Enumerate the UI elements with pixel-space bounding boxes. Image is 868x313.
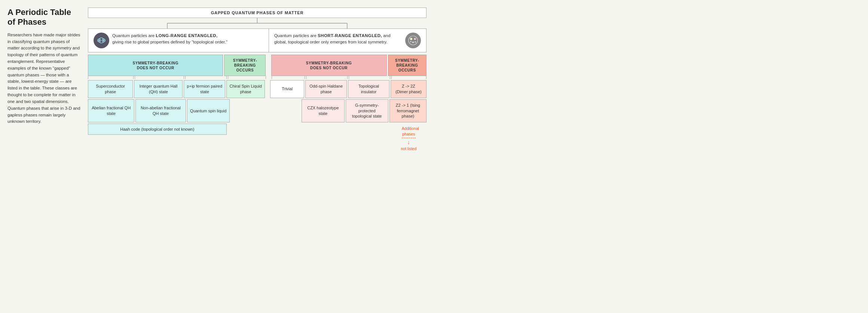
conn1 (88, 76, 134, 79)
not-listed-label: not listed (401, 146, 416, 152)
sym-row: SYMMETRY-BREAKINGDOES NOT OCCUR SYMMETRY… (88, 55, 427, 76)
left-panel: A Periodic Table of Phases Researchers h… (7, 7, 80, 152)
phase-trivial: Trivial (270, 80, 304, 98)
svg-point-10 (414, 38, 416, 40)
intro-text: Researchers have made major strides in c… (7, 32, 80, 125)
lre-bold: LONG-RANGE ENTANGLED, (156, 33, 217, 38)
svg-point-7 (103, 40, 104, 41)
top-header: GAPPED QUANTUM PHASES OF MATTER (88, 7, 427, 18)
haah-section: Haah code (topological order not known) (88, 124, 227, 135)
svg-point-12 (410, 41, 412, 42)
phases-row-2: Abelian fractional QH state Non-abelian … (88, 99, 427, 123)
phase-chiral-spin: Chiral Spin Liquid phase (226, 80, 265, 98)
trivial-empty-row2 (271, 99, 300, 123)
lre-desc-text: Quantum particles are LONG-RANGE ENTANGL… (112, 33, 227, 46)
svg-point-9 (410, 38, 412, 40)
phase-quantum-spin: Quantum spin liquid (187, 99, 230, 123)
phase-odd-spin: Odd-spin Haldane phase (305, 80, 347, 98)
conn2 (135, 76, 184, 79)
lre-icon (94, 33, 109, 48)
sym-sre-no: SYMMETRY-BREAKINGDOES NOT OCCUR (271, 55, 387, 76)
phase-abelian: Abelian fractional QH state (88, 99, 134, 123)
additional-note: Additionalphases ↓ not listed (400, 124, 417, 152)
gap3 (266, 99, 269, 123)
phase-superconductor: Superconductor phase (88, 80, 133, 98)
additional-section: Additionalphases ↓ not listed (391, 124, 427, 152)
phase-z2z: Z -> 2Z (Dimer phase) (391, 80, 427, 98)
gap2 (266, 80, 269, 98)
sre-desc-text: Quantum particles are SHORT-RANGE ENTANG… (274, 33, 402, 46)
conn-gap (267, 76, 271, 79)
phase-z2-1: Z2 -> 1 (Ising ferromagnet phase) (389, 99, 427, 123)
conn6 (306, 76, 348, 79)
desc-row: Quantum particles are LONG-RANGE ENTANGL… (88, 28, 427, 52)
sym-lre-yes: SYMMETRY-BREAKINGOCCURS (224, 55, 266, 76)
sym-sre-yes: SYMMETRY-BREAKINGOCCURS (388, 55, 427, 76)
conn4 (228, 76, 266, 79)
chiral-empty-row2 (231, 99, 265, 123)
conn3 (185, 76, 227, 79)
phase-connectors (88, 76, 427, 79)
sre-desc-box: Quantum particles are SHORT-RANGE ENTANG… (269, 28, 427, 52)
phase-pip: p+ip fermion paired state (184, 80, 225, 98)
phase-integer-qh: Integer quantum Hall (QH) state (134, 80, 183, 98)
phase-czx: CZX halozeotype state (302, 99, 344, 123)
tree-connector (88, 18, 427, 28)
phases-row-1: Superconductor phase Integer quantum Hal… (88, 80, 427, 98)
additional-label: Additionalphases (402, 126, 416, 138)
phase-haah: Haah code (topological order not known) (88, 124, 227, 135)
table-panel: GAPPED QUANTUM PHASES OF MATTER (88, 7, 427, 152)
page-title: A Periodic Table of Phases (7, 7, 80, 27)
svg-point-8 (409, 36, 418, 45)
phase-non-abelian: Non-abelian fractional QH state (135, 99, 186, 123)
svg-point-13 (415, 41, 416, 43)
sym-lre-no: SYMMETRY-BREAKINGDOES NOT OCCUR (88, 55, 223, 76)
additional-arrow-icon: ↓ (407, 139, 410, 146)
svg-point-6 (98, 40, 100, 41)
sre-icon (405, 33, 421, 48)
conn7 (349, 76, 390, 79)
sre-bold: SHORT-RANGE ENTANGLED, (318, 33, 382, 38)
phase-g-sym: G-symmetry-protected topological state (346, 99, 388, 123)
gap-divider (267, 55, 270, 76)
lre-desc-box: Quantum particles are LONG-RANGE ENTANGL… (88, 28, 269, 52)
svg-point-11 (412, 42, 414, 43)
bottom-row: Haah code (topological order not known) … (88, 124, 427, 152)
conn5 (272, 76, 305, 79)
conn8 (391, 76, 427, 79)
phase-topo-insulator: Topological insulator (348, 80, 389, 98)
